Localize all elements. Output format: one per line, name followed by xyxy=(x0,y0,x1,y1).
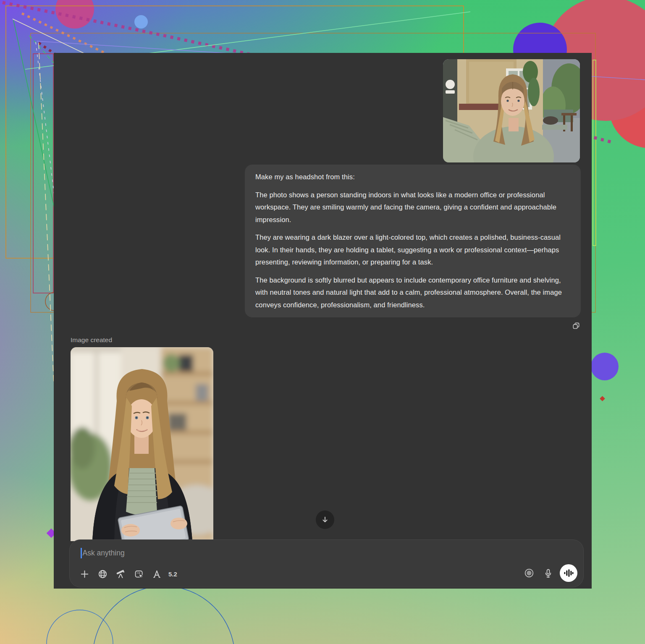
voice-mode-icon xyxy=(563,568,574,579)
copy-icon xyxy=(572,321,581,330)
copy-button[interactable] xyxy=(571,320,582,331)
uploaded-image-thumbnail[interactable] xyxy=(443,59,580,162)
bg-crimson-rect xyxy=(33,54,53,293)
composer-left-tools: 5.2 xyxy=(77,567,177,581)
plus-icon xyxy=(79,569,90,579)
attachment-row xyxy=(54,59,580,162)
agent-canvas-icon xyxy=(134,569,144,579)
deep-research-button[interactable] xyxy=(113,567,128,581)
image-created-status: Image created xyxy=(71,336,592,344)
arrow-down-icon xyxy=(320,515,330,525)
text-caret xyxy=(81,548,82,558)
user-message-paragraph: Make my as headshot from this: xyxy=(255,171,570,183)
generated-headshot-art xyxy=(71,347,213,541)
bg-red-diamond xyxy=(600,396,605,401)
composer-text-input[interactable]: Ask anything xyxy=(81,547,125,559)
user-message-paragraph: The photo shows a person standing indoor… xyxy=(255,189,570,226)
bg-blue-circle-outline-2 xyxy=(93,586,235,644)
apps-button[interactable] xyxy=(149,567,164,581)
bg-cream-dashed-line xyxy=(39,43,54,383)
apps-icon xyxy=(152,569,162,579)
bg-violet-circle xyxy=(591,353,619,380)
voice-mode-button[interactable] xyxy=(560,564,577,582)
dictate-button[interactable] xyxy=(541,566,555,580)
scroll-to-bottom-button[interactable] xyxy=(316,510,334,529)
user-message-paragraph: The background is softly blurred but app… xyxy=(255,274,570,312)
screenshot-stage: Make my as headshot from this: The photo… xyxy=(0,0,645,644)
record-circle-icon xyxy=(524,568,535,579)
message-actions-row xyxy=(54,320,582,331)
agent-canvas-button[interactable] xyxy=(131,567,146,581)
bg-blue-circle-outline-1 xyxy=(47,610,113,644)
composer-placeholder: Ask anything xyxy=(83,549,125,558)
globe-icon xyxy=(97,569,108,579)
composer-right-tools xyxy=(522,564,577,582)
composer-bar: Ask anything xyxy=(69,539,584,587)
user-message-paragraph: They are wearing a dark blazer over a li… xyxy=(255,231,570,269)
attach-plus-button[interactable] xyxy=(77,567,92,581)
uploaded-selfie-art xyxy=(443,59,580,162)
user-message-bubble: Make my as headshot from this: The photo… xyxy=(245,165,581,317)
chat-scroll-area: Make my as headshot from this: The photo… xyxy=(54,53,592,589)
record-button[interactable] xyxy=(522,566,536,580)
telescope-icon xyxy=(115,569,126,579)
generated-image[interactable] xyxy=(71,347,213,541)
bg-small-blue-circle xyxy=(134,15,148,29)
model-version-label[interactable]: 5.2 xyxy=(168,571,177,578)
web-search-button[interactable] xyxy=(95,567,110,581)
microphone-icon xyxy=(543,568,553,579)
chat-app-window: Make my as headshot from this: The photo… xyxy=(54,53,592,589)
